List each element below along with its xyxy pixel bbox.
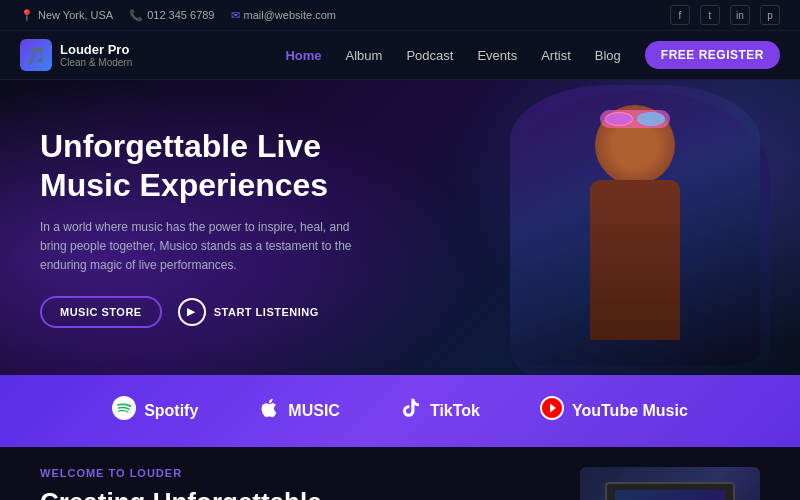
nav-home[interactable]: Home [285,48,321,63]
partner-youtube-music: YouTube Music [540,396,688,426]
nav-blog[interactable]: Blog [595,48,621,63]
hero-section: Unforgettable Live Music Experiences In … [0,80,800,375]
laptop-screen: 🙌 [615,490,725,501]
bottom-section: WELCOME TO LOUDER Creating Unforgettable… [0,447,800,500]
nav-album[interactable]: Album [346,48,383,63]
social-links: f t in p [670,5,780,25]
location-icon: 📍 [20,9,34,22]
tiktok-label: TikTok [430,402,480,420]
hero-title: Unforgettable Live Music Experiences [40,127,360,204]
youtube-music-label: YouTube Music [572,402,688,420]
brand-text: Louder Pro Clean & Modern [60,42,132,68]
welcome-label: WELCOME TO LOUDER [40,467,540,479]
nav-podcast[interactable]: Podcast [406,48,453,63]
spotify-label: Spotify [144,402,198,420]
spotify-icon [112,396,136,426]
email-info: ✉ mail@website.com [231,9,336,22]
brand-logo: 🎵 Louder Pro Clean & Modern [20,39,132,71]
location-text: New York, USA [38,9,113,21]
phone-info: 📞 012 345 6789 [129,9,214,22]
partners-strip: Spotify MUSIC TikTok YouTube Music [0,375,800,447]
youtube-music-icon [540,396,564,426]
brand-icon: 🎵 [20,39,52,71]
apple-music-icon [258,397,280,425]
phone-text: 012 345 6789 [147,9,214,21]
bottom-image: 🙌 [580,467,760,500]
email-text: mail@website.com [244,9,336,21]
play-icon: ▶ [178,298,206,326]
brand-name: Louder Pro [60,42,132,57]
partner-apple-music: MUSIC [258,397,340,425]
partner-spotify: Spotify [112,396,198,426]
phone-icon: 📞 [129,9,143,22]
top-bar-info: 📍 New York, USA 📞 012 345 6789 ✉ mail@we… [20,9,336,22]
brand-tagline: Clean & Modern [60,57,132,68]
twitter-icon[interactable]: t [700,5,720,25]
facebook-icon[interactable]: f [670,5,690,25]
laptop-shape: 🙌 [605,482,735,500]
hero-description: In a world where music has the power to … [40,218,360,276]
nav-artist[interactable]: Artist [541,48,571,63]
apple-music-label: MUSIC [288,402,340,420]
hero-image [420,80,800,375]
hero-buttons: MUSIC STORE ▶ START LISTENING [40,296,360,328]
welcome-content: WELCOME TO LOUDER Creating Unforgettable [40,467,540,500]
partner-tiktok: TikTok [400,397,480,425]
location-info: 📍 New York, USA [20,9,113,22]
navbar: 🎵 Louder Pro Clean & Modern Home Album P… [0,31,800,80]
music-store-button[interactable]: MUSIC STORE [40,296,162,328]
hero-figure [510,85,760,365]
hero-content: Unforgettable Live Music Experiences In … [0,127,400,327]
pinterest-icon[interactable]: p [760,5,780,25]
register-button[interactable]: FREE REGISTER [645,41,780,69]
top-bar: 📍 New York, USA 📞 012 345 6789 ✉ mail@we… [0,0,800,31]
bottom-title: Creating Unforgettable [40,487,540,500]
nav-events[interactable]: Events [477,48,517,63]
tiktok-icon [400,397,422,425]
email-icon: ✉ [231,9,240,22]
sunglasses-shape [600,110,670,128]
body-shape [590,180,680,340]
nav-links: Home Album Podcast Events Artist Blog FR… [285,41,780,69]
start-listening-button[interactable]: ▶ START LISTENING [178,298,319,326]
instagram-icon[interactable]: in [730,5,750,25]
